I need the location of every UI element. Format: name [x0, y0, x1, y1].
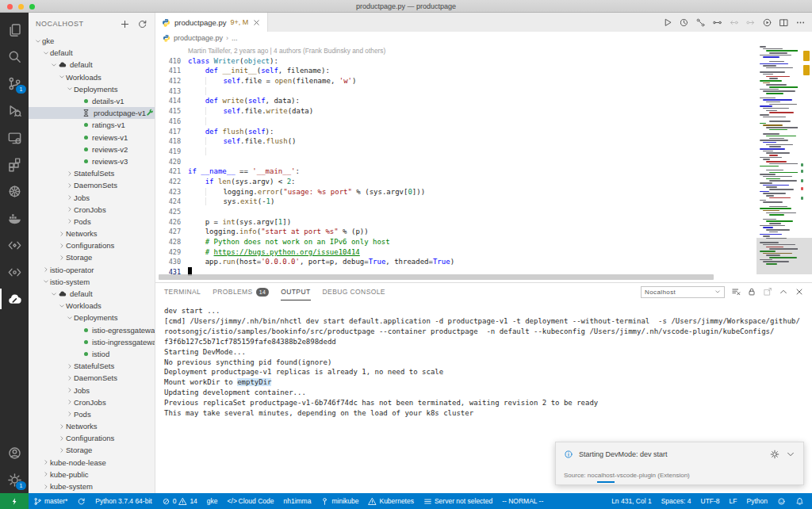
- code-line-413[interactable]: 413: [155, 86, 760, 97]
- activity-cloud-code[interactable]: [0, 232, 29, 258]
- activity-settings[interactable]: 1: [0, 466, 29, 493]
- panel-tab-debug-console[interactable]: DEBUG CONSOLE: [323, 283, 385, 300]
- activity-source-control[interactable]: 1: [0, 70, 29, 97]
- tree-item-workloads[interactable]: Workloads: [29, 71, 155, 83]
- tree-item-storage[interactable]: Storage: [29, 251, 155, 263]
- panel-tab-problems[interactable]: PROBLEMS14: [213, 283, 269, 300]
- close-tab-icon[interactable]: [252, 18, 261, 27]
- tree-item-ratings-v1[interactable]: ratings-v1: [29, 119, 155, 131]
- code-line-422[interactable]: 422 if len(sys.argv) < 2:: [155, 177, 760, 187]
- clear-output-icon[interactable]: [731, 287, 741, 297]
- status-vim-mode[interactable]: -- NORMAL --: [497, 493, 548, 509]
- code-line-423[interactable]: 423 logging.error("usage: %s port" % (sy…: [155, 187, 760, 197]
- code-line-416[interactable]: 416: [155, 117, 760, 127]
- tree-item-istio-ingressgateway[interactable]: istio-ingressgateway: [29, 336, 155, 348]
- close-window-button[interactable]: [7, 4, 13, 10]
- code-line-411[interactable]: 411 def __init__(self, filename):: [155, 66, 760, 76]
- code-line-425[interactable]: 425: [155, 207, 760, 217]
- status-problems-summary[interactable]: 014: [157, 493, 202, 509]
- status-indentation[interactable]: Spaces: 4: [657, 493, 696, 509]
- tree-item-istio-operator[interactable]: istio-operator: [29, 264, 155, 276]
- tree-item-configurations[interactable]: Configurations: [29, 432, 155, 444]
- tree-item-default[interactable]: default: [29, 288, 155, 300]
- activity-accounts[interactable]: [0, 439, 29, 466]
- tree-item-networks[interactable]: Networks: [29, 228, 155, 239]
- activity-remote-explorer[interactable]: [0, 124, 29, 151]
- tree-item-deployments[interactable]: Deployments: [29, 83, 155, 95]
- notification-toast[interactable]: Starting DevMode: dev start Source: noca…: [555, 442, 804, 485]
- lock-scrolling-icon[interactable]: [747, 287, 756, 297]
- code-line-427[interactable]: 427 logging.info("start at port %s" % (p…: [155, 227, 760, 237]
- timeline-icon[interactable]: [679, 17, 689, 28]
- status-kubernetes-context[interactable]: Kubernetes: [363, 493, 418, 509]
- split-editor-icon[interactable]: [779, 17, 789, 28]
- tree-item-reviews-v2[interactable]: reviews-v2: [29, 144, 155, 155]
- panel-tab-terminal[interactable]: TERMINAL: [164, 283, 201, 300]
- tree-item-gke[interactable]: gke: [29, 35, 155, 47]
- code-line-426[interactable]: 426 p = int(sys.argv[1]): [155, 217, 760, 228]
- code-line-424[interactable]: 424 sys.exit(-1): [155, 197, 760, 207]
- tree-item-daemonsets[interactable]: DaemonSets: [29, 372, 155, 384]
- activity-search[interactable]: [0, 43, 29, 70]
- tab-productpage[interactable]: productpage.py 9+, M: [155, 13, 268, 32]
- activity-cloud-code-k8s[interactable]: [0, 258, 29, 285]
- horizontal-scrollbar[interactable]: [159, 274, 714, 280]
- activity-kubernetes[interactable]: [0, 178, 29, 205]
- code-line-429[interactable]: 429 # https://bugs.python.org/issue10414: [155, 247, 760, 258]
- more-actions-icon[interactable]: [795, 17, 806, 28]
- notification-settings-icon[interactable]: [770, 450, 779, 459]
- maximize-window-button[interactable]: [29, 4, 35, 10]
- tree-item-default[interactable]: default: [29, 47, 155, 59]
- code-line-412[interactable]: 412 self.file = open(filename, 'w'): [155, 76, 760, 86]
- tree-item-kube-system[interactable]: kube-system: [29, 480, 155, 492]
- status-gke-context[interactable]: gke: [202, 493, 223, 509]
- tree-item-kube-public[interactable]: kube-public: [29, 469, 155, 480]
- code-line-420[interactable]: 420: [155, 157, 760, 167]
- code-line-418[interactable]: 418 self.file.flush(): [155, 136, 760, 147]
- code-line-410[interactable]: 410class Writer(object):: [155, 56, 760, 67]
- tree-item-storage[interactable]: Storage: [29, 444, 155, 456]
- breadcrumb-file[interactable]: productpage.py: [174, 34, 223, 42]
- tree-item-workloads[interactable]: Workloads: [29, 300, 155, 312]
- next-change-icon[interactable]: [745, 17, 756, 28]
- code-line-430[interactable]: 430 app.run(host='0.0.0.0', port=p, debu…: [155, 257, 760, 267]
- run-icon[interactable]: [662, 17, 672, 28]
- tree-item-statefulsets[interactable]: StatefulSets: [29, 360, 155, 372]
- tree-item-cronjobs[interactable]: CronJobs: [29, 204, 155, 216]
- status-language-mode[interactable]: Python: [742, 493, 772, 509]
- tree-item-pods[interactable]: Pods: [29, 216, 155, 228]
- open-changes-icon[interactable]: [712, 17, 722, 28]
- code-line-415[interactable]: 415 self.file.write(data): [155, 106, 760, 117]
- status-cursor-position[interactable]: Ln 431, Col 1: [607, 493, 657, 509]
- activity-run-debug[interactable]: [0, 97, 29, 124]
- tree-item-cronjobs[interactable]: CronJobs: [29, 396, 155, 408]
- minimize-window-button[interactable]: [18, 4, 24, 10]
- tree-item-istiod[interactable]: istiod: [29, 348, 155, 360]
- status-sync-status[interactable]: [72, 493, 90, 509]
- tree-item-daemonsets[interactable]: DaemonSets: [29, 179, 155, 191]
- tree-item-pods[interactable]: Pods: [29, 408, 155, 420]
- activity-explorer[interactable]: [0, 16, 29, 43]
- tree-item-configurations[interactable]: Configurations: [29, 239, 155, 251]
- activity-nocalhost[interactable]: [0, 285, 29, 312]
- tree-item-jobs[interactable]: Jobs: [29, 384, 155, 396]
- activity-extensions[interactable]: [0, 151, 29, 178]
- tree-item-reviews-v3[interactable]: reviews-v3: [29, 155, 155, 167]
- tree-item-productpage-v1[interactable]: productpage-v1: [29, 107, 155, 119]
- output-channel-select[interactable]: Nocalhost: [641, 286, 725, 298]
- open-log-file-icon[interactable]: [763, 287, 772, 297]
- code-line-421[interactable]: 421if __name__ == '__main__':: [155, 166, 760, 177]
- status-remote-indicator[interactable]: [0, 493, 29, 509]
- breadcrumb-more[interactable]: ...: [232, 34, 238, 42]
- tree-item-statefulsets[interactable]: StatefulSets: [29, 167, 155, 179]
- code-line-428[interactable]: 428 # Python does not work on an IPv6 on…: [155, 237, 760, 247]
- status-server-selector[interactable]: Server not selected: [419, 493, 497, 509]
- compare-changes-icon[interactable]: [695, 17, 706, 28]
- tree-item-deployments[interactable]: Deployments: [29, 312, 155, 323]
- run-interactive-icon[interactable]: [762, 17, 772, 28]
- code-line-419[interactable]: 419: [155, 147, 760, 157]
- tree-item-kube-node-lease[interactable]: kube-node-lease: [29, 457, 155, 469]
- status-notifications-bell[interactable]: [791, 493, 809, 509]
- status-encoding[interactable]: UTF-8: [696, 493, 725, 509]
- tree-item-jobs[interactable]: Jobs: [29, 191, 155, 203]
